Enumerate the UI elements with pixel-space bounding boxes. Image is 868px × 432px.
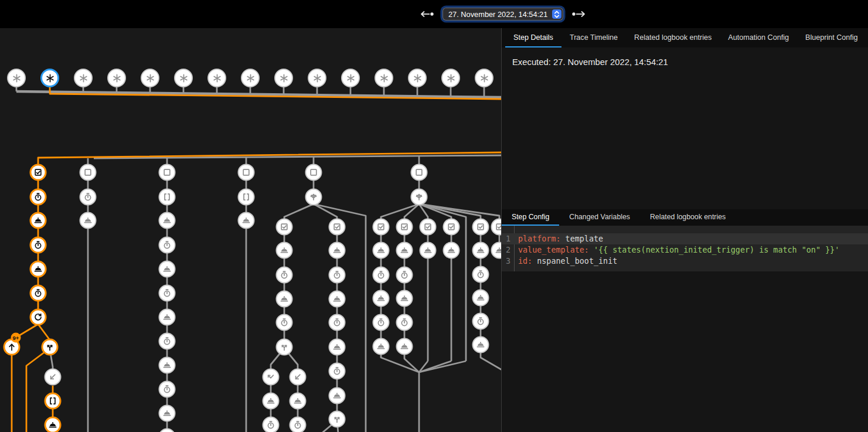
trace-node-service[interactable] — [30, 212, 47, 229]
trace-node-timer[interactable] — [329, 267, 346, 284]
trace-node-service[interactable] — [30, 261, 47, 278]
trace-node-timer[interactable] — [159, 237, 176, 254]
trace-node-service[interactable] — [443, 242, 460, 259]
trace-node-checkbox[interactable] — [30, 164, 47, 181]
trace-node-asterisk[interactable] — [107, 69, 126, 87]
trace-node-service[interactable] — [329, 387, 346, 404]
trace-node-asterisk[interactable] — [7, 69, 26, 87]
subtab-step-config[interactable]: Step Config — [502, 209, 559, 226]
trace-node-timer[interactable] — [329, 314, 346, 331]
trace-node-arrow-down-left[interactable] — [45, 369, 62, 386]
trace-node-asterisk[interactable] — [441, 69, 460, 87]
trace-node-asterisk[interactable] — [274, 69, 293, 87]
trace-node-timer[interactable] — [159, 285, 176, 302]
subtab-related-logbook-entries[interactable]: Related logbook entries — [640, 209, 736, 226]
trace-node-asterisk[interactable] — [375, 69, 393, 87]
trace-node-service[interactable] — [373, 290, 390, 307]
trace-node-service[interactable] — [396, 242, 413, 259]
trace-node-asterisk[interactable] — [141, 69, 159, 87]
trace-node-asterisk[interactable] — [475, 69, 493, 87]
trace-node-timer[interactable] — [276, 267, 293, 284]
trace-node-checkbox[interactable] — [420, 219, 437, 236]
tab-related-logbook-entries[interactable]: Related logbook entries — [626, 28, 720, 47]
trace-node-asterisk[interactable] — [40, 69, 59, 87]
trace-node-brackets[interactable] — [238, 189, 255, 206]
trace-node-checkbox[interactable] — [443, 219, 460, 236]
trace-node-square[interactable] — [238, 164, 255, 181]
trace-node-service[interactable] — [45, 417, 62, 432]
previous-run-icon[interactable] — [420, 7, 435, 21]
trace-node-asterisk[interactable] — [207, 69, 226, 87]
trace-node-split[interactable] — [42, 339, 59, 356]
tab-blueprint-config[interactable]: Blueprint Config — [797, 28, 866, 47]
trace-node-service[interactable] — [396, 338, 413, 355]
trace-node-call-missed[interactable] — [263, 369, 280, 386]
trace-node-service[interactable] — [159, 405, 176, 422]
trace-node-split[interactable] — [276, 339, 293, 356]
trace-node-service[interactable] — [80, 212, 97, 229]
trace-node-timer[interactable] — [290, 417, 307, 432]
trace-node-service[interactable] — [420, 242, 437, 259]
trace-node-service[interactable] — [159, 309, 176, 326]
trace-node-asterisk[interactable] — [308, 69, 326, 87]
trace-node-timer[interactable] — [30, 285, 47, 302]
trace-node-service[interactable] — [373, 242, 390, 259]
trace-node-timer[interactable] — [159, 333, 176, 350]
trace-node-square[interactable] — [411, 164, 428, 181]
trace-node-asterisk[interactable] — [408, 69, 427, 87]
trace-node-checkbox[interactable] — [472, 219, 489, 236]
trace-node-service[interactable] — [329, 291, 346, 308]
trace-node-choose[interactable] — [411, 189, 428, 206]
trace-node-arrow-down-left[interactable] — [290, 369, 307, 386]
trace-node-timer[interactable] — [373, 314, 390, 331]
trace-node-square[interactable] — [159, 164, 176, 181]
subtab-changed-variables[interactable]: Changed Variables — [559, 209, 640, 226]
trace-node-service[interactable] — [276, 291, 293, 308]
trace-node-timer[interactable] — [472, 266, 489, 283]
trace-node-timer[interactable] — [373, 267, 390, 284]
trace-node-checkbox[interactable] — [276, 219, 293, 236]
trace-node-brackets[interactable] — [159, 189, 176, 206]
trace-node-service[interactable] — [263, 393, 280, 410]
trace-node-square[interactable] — [80, 164, 97, 181]
trace-node-timer[interactable] — [396, 314, 413, 331]
trace-node-asterisk[interactable] — [174, 69, 193, 87]
trace-node-service[interactable] — [159, 261, 176, 278]
trace-node-service[interactable] — [472, 290, 489, 307]
trace-node-timer[interactable] — [472, 313, 489, 330]
trace-node-split[interactable] — [329, 411, 346, 428]
trace-node-repeat[interactable] — [30, 309, 47, 326]
trace-node-service[interactable] — [329, 242, 346, 259]
trace-node-timer[interactable] — [159, 381, 176, 398]
trace-node-checkbox[interactable] — [329, 219, 346, 236]
trace-node-timer[interactable] — [396, 267, 413, 284]
trace-node-service[interactable] — [276, 242, 293, 259]
trace-node-timer[interactable] — [276, 314, 293, 331]
trace-node-asterisk[interactable] — [341, 69, 360, 87]
tab-trace-timeline[interactable]: Trace Timeline — [561, 28, 626, 47]
trace-node-choose[interactable] — [305, 189, 322, 206]
trace-node-timer[interactable] — [30, 237, 47, 254]
trace-node-service[interactable] — [472, 336, 489, 353]
trace-node-square[interactable] — [305, 164, 322, 181]
trace-node-asterisk[interactable] — [74, 69, 93, 87]
trace-node-service[interactable] — [159, 357, 176, 374]
trace-node-service[interactable] — [373, 338, 390, 355]
trace-node-service[interactable] — [396, 290, 413, 307]
trace-node-checkbox[interactable] — [373, 219, 390, 236]
trace-node-checkbox[interactable] — [396, 219, 413, 236]
trace-node-brackets[interactable] — [45, 393, 62, 410]
trace-node-service[interactable] — [329, 339, 346, 356]
tab-step-details[interactable]: Step Details — [505, 28, 561, 47]
tab-automation-config[interactable]: Automation Config — [720, 28, 797, 47]
trace-node-timer[interactable] — [80, 189, 97, 206]
trace-node-timer[interactable] — [263, 417, 280, 432]
trace-node-asterisk[interactable] — [241, 69, 260, 87]
trace-node-service[interactable] — [238, 212, 255, 229]
trace-node-timer[interactable] — [30, 189, 47, 206]
trace-run-select[interactable]: 27. November 2022, 14:54:21 — [442, 8, 563, 21]
trace-node-service[interactable] — [290, 393, 307, 410]
next-run-icon[interactable] — [571, 7, 586, 21]
trace-node-service[interactable] — [472, 242, 489, 259]
trace-node-service[interactable] — [159, 212, 176, 229]
